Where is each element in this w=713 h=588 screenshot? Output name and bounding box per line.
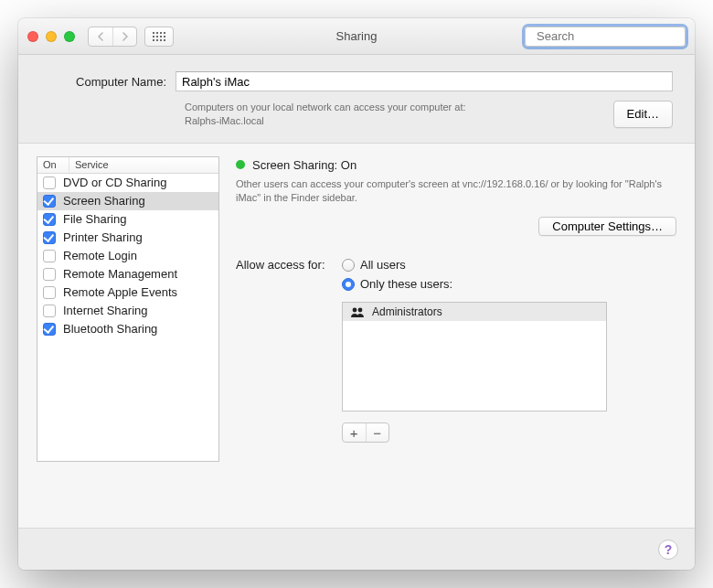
allowed-users-list[interactable]: Administrators bbox=[342, 302, 607, 412]
remove-user-button[interactable]: − bbox=[366, 423, 389, 442]
svg-rect-5 bbox=[156, 36, 158, 37]
status-dot-icon bbox=[236, 160, 245, 169]
allow-access-label: Allow access for: bbox=[236, 258, 342, 443]
users-icon bbox=[350, 307, 365, 317]
service-row[interactable]: Screen Sharing bbox=[37, 192, 218, 210]
prefpane-body: Computer Name: Computers on your local n… bbox=[18, 55, 695, 570]
svg-point-15 bbox=[358, 307, 363, 312]
service-label: File Sharing bbox=[63, 212, 126, 226]
service-checkbox[interactable] bbox=[43, 195, 56, 208]
svg-rect-11 bbox=[164, 39, 165, 41]
service-row[interactable]: Bluetooth Sharing bbox=[37, 320, 218, 338]
service-label: Bluetooth Sharing bbox=[63, 322, 157, 336]
services-header-on: On bbox=[37, 157, 69, 173]
chevron-right-icon bbox=[122, 32, 129, 41]
service-checkbox[interactable] bbox=[43, 286, 56, 299]
allow-access-row: Allow access for: All users Only these u… bbox=[236, 258, 676, 443]
status-text: Screen Sharing: On bbox=[252, 158, 356, 172]
service-checkbox[interactable] bbox=[43, 305, 56, 317]
show-all-prefs-button[interactable] bbox=[144, 27, 174, 47]
service-row[interactable]: Printer Sharing bbox=[37, 229, 218, 247]
main-area: On Service DVD or CD SharingScreen Shari… bbox=[18, 143, 695, 528]
status-line: Screen Sharing: On bbox=[236, 158, 676, 172]
radio-icon bbox=[342, 278, 355, 291]
services-header-service: Service bbox=[69, 157, 218, 173]
window-controls bbox=[27, 31, 75, 42]
service-label: Printer Sharing bbox=[63, 230, 143, 244]
service-label: Remote Apple Events bbox=[63, 285, 177, 299]
service-row[interactable]: Remote Management bbox=[37, 265, 218, 283]
forward-button[interactable] bbox=[112, 27, 136, 46]
service-checkbox[interactable] bbox=[43, 231, 56, 244]
minimize-window-button[interactable] bbox=[46, 31, 57, 42]
service-row[interactable]: Remote Apple Events bbox=[37, 283, 218, 302]
service-label: Internet Sharing bbox=[63, 304, 148, 317]
grid-icon bbox=[153, 32, 165, 41]
back-button[interactable] bbox=[89, 27, 112, 46]
svg-rect-1 bbox=[156, 32, 158, 34]
local-address-line2: Ralphs-iMac.local bbox=[185, 115, 264, 126]
add-user-button[interactable]: + bbox=[343, 423, 366, 442]
radio-only-label: Only these users: bbox=[360, 277, 452, 291]
local-address-line1: Computers on your local network can acce… bbox=[185, 102, 466, 112]
user-name: Administrators bbox=[372, 305, 442, 318]
svg-rect-4 bbox=[153, 36, 154, 37]
service-checkbox[interactable] bbox=[43, 213, 56, 226]
service-checkbox[interactable] bbox=[43, 250, 56, 262]
search-input[interactable] bbox=[535, 28, 692, 44]
service-checkbox[interactable] bbox=[43, 268, 56, 281]
help-button[interactable]: ? bbox=[658, 540, 678, 560]
svg-rect-9 bbox=[156, 39, 158, 41]
computer-name-row: Computer Name: bbox=[18, 55, 695, 97]
status-info: Other users can access your computer's s… bbox=[236, 177, 676, 205]
edit-button[interactable]: Edit… bbox=[613, 101, 673, 128]
services-table: On Service DVD or CD SharingScreen Shari… bbox=[37, 156, 219, 462]
svg-rect-8 bbox=[153, 39, 154, 41]
footer: ? bbox=[18, 528, 695, 570]
services-header: On Service bbox=[37, 157, 218, 174]
service-label: Remote Login bbox=[63, 249, 137, 262]
service-row[interactable]: DVD or CD Sharing bbox=[37, 174, 218, 192]
titlebar: Sharing bbox=[18, 18, 695, 55]
service-row[interactable]: Remote Login bbox=[37, 247, 218, 265]
service-row[interactable]: Internet Sharing bbox=[37, 302, 218, 320]
service-label: DVD or CD Sharing bbox=[63, 176, 166, 189]
zoom-window-button[interactable] bbox=[64, 31, 75, 42]
service-row[interactable]: File Sharing bbox=[37, 210, 218, 229]
local-address-hint: Computers on your local network can acce… bbox=[18, 97, 695, 143]
svg-rect-2 bbox=[160, 32, 162, 34]
radio-all-users-label: All users bbox=[360, 258, 406, 272]
sharing-prefpane-window: Sharing Computer Name: Computers on your… bbox=[18, 18, 695, 570]
svg-rect-0 bbox=[153, 32, 154, 34]
svg-point-14 bbox=[353, 307, 357, 312]
chevron-left-icon bbox=[97, 32, 104, 41]
svg-rect-6 bbox=[160, 36, 162, 37]
computer-settings-button[interactable]: Computer Settings… bbox=[538, 217, 676, 236]
search-field[interactable] bbox=[525, 27, 686, 47]
service-label: Screen Sharing bbox=[63, 194, 145, 208]
service-checkbox[interactable] bbox=[43, 323, 56, 336]
computer-name-field[interactable] bbox=[176, 71, 673, 91]
add-remove-buttons: + − bbox=[342, 422, 389, 443]
service-label: Remote Management bbox=[63, 267, 177, 281]
list-item[interactable]: Administrators bbox=[343, 303, 606, 321]
radio-only-these-users[interactable]: Only these users: bbox=[342, 277, 607, 291]
service-checkbox[interactable] bbox=[43, 176, 56, 189]
radio-icon bbox=[342, 259, 355, 272]
computer-name-label: Computer Name: bbox=[40, 75, 176, 89]
svg-rect-7 bbox=[164, 36, 165, 37]
nav-back-forward bbox=[88, 27, 137, 47]
close-window-button[interactable] bbox=[27, 31, 38, 42]
svg-rect-3 bbox=[164, 32, 165, 34]
service-details: Screen Sharing: On Other users can acces… bbox=[236, 156, 676, 509]
svg-rect-10 bbox=[160, 39, 162, 41]
radio-all-users[interactable]: All users bbox=[342, 258, 607, 272]
